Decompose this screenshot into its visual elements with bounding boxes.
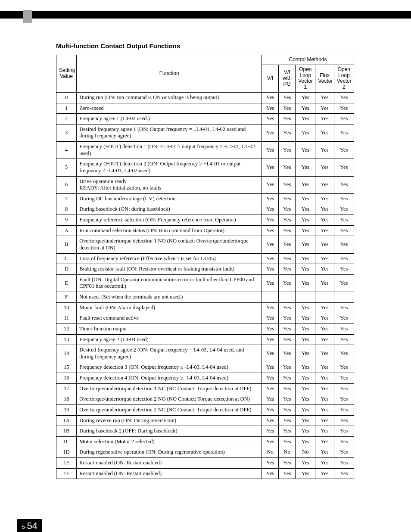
cell-control-method: Yes [262, 236, 279, 253]
cell-control-method: Yes [315, 215, 334, 226]
cell-control-method: Yes [262, 103, 279, 114]
cell-control-method: Yes [315, 176, 334, 193]
table-row: 4Frequency (FOUT) detection 1 (ON: +L4-0… [56, 142, 354, 159]
cell-function: During baseblock (ON: during baseblock) [77, 204, 262, 215]
cell-setting-value: 1 [56, 103, 77, 114]
cell-control-method: Yes [279, 225, 296, 236]
cell-control-method: Yes [315, 324, 334, 334]
table-row: 17Overtorque/undertorque detection 1 NC … [56, 383, 354, 394]
table-row: 6Drive operation ready READY: After init… [56, 176, 354, 193]
cell-control-method: Yes [334, 253, 354, 264]
cell-function: Fault reset command active [77, 313, 262, 324]
cell-function: Overtorque/undertorque detection 2 NC (N… [77, 404, 262, 415]
table-row: 2Frequency agree 1 (L4-02 used.)YesYesYe… [56, 114, 354, 124]
table-row: 1CMotor selection (Motor 2 selected)YesY… [56, 436, 354, 447]
cell-control-method: Yes [334, 334, 354, 345]
cell-control-method: Yes [315, 103, 334, 114]
cell-control-method: Yes [315, 373, 334, 384]
cell-function: During run (ON: run command is ON or vol… [77, 92, 262, 103]
cell-function: Frequency detection 3 (ON: Output freque… [77, 362, 262, 373]
cell-control-method: Yes [296, 426, 315, 437]
table-row: 12Timer function outputYesYesYesYesYes [56, 324, 354, 334]
cell-control-method: Yes [296, 124, 315, 141]
cell-control-method: Yes [296, 313, 315, 324]
cell-control-method: Yes [279, 142, 296, 159]
cell-control-method: Yes [279, 236, 296, 253]
cell-control-method: Yes [262, 124, 279, 141]
table-row: 18Overtorque/undertorque detection 2 NO … [56, 394, 354, 405]
cell-control-method: Yes [334, 142, 354, 159]
cell-control-method: Yes [315, 362, 334, 373]
cell-control-method: Yes [262, 334, 279, 345]
cell-control-method: Yes [334, 236, 354, 253]
cell-function: During baseblock 2 (OFF: During basebloc… [77, 426, 262, 437]
table-row: 1ADuring reverse run (ON: During reverse… [56, 415, 354, 426]
cell-function: Frequency detection 4 (ON: Output freque… [77, 373, 262, 384]
cell-control-method: Yes [296, 468, 315, 479]
cell-control-method: Yes [262, 468, 279, 479]
cell-control-method: Yes [315, 142, 334, 159]
cell-setting-value: B [56, 236, 77, 253]
cell-function: Braking resistor fault (ON: Resistor ove… [77, 264, 262, 275]
cell-setting-value: D [56, 264, 77, 275]
cell-control-method: Yes [296, 415, 315, 426]
cell-control-method: Yes [262, 324, 279, 334]
cell-control-method: Yes [279, 302, 296, 313]
cell-setting-value: 5 [56, 159, 77, 176]
cell-control-method: Yes [296, 264, 315, 275]
cell-setting-value: 18 [56, 394, 77, 405]
section-title: Multi-function Contact Output Functions [56, 42, 385, 50]
output-functions-table: Setting Value Function Control Methods V… [56, 55, 354, 479]
cell-control-method: Yes [279, 383, 296, 394]
cell-setting-value: 9 [56, 215, 77, 226]
cell-function: During regenerative operation (ON: Durin… [77, 447, 262, 458]
table-row: 10Minor fault (ON: Alarm displayed)YesYe… [56, 302, 354, 313]
table-row: 0During run (ON: run command is ON or vo… [56, 92, 354, 103]
cell-setting-value: 10 [56, 302, 77, 313]
cell-control-method: Yes [334, 362, 354, 373]
cell-function: Overtorque/undertorque detection 1 NO (N… [77, 236, 262, 253]
cell-control-method: Yes [262, 92, 279, 103]
cell-control-method: Yes [262, 404, 279, 415]
cell-function: Drive operation ready READY: After initi… [77, 176, 262, 193]
cell-control-method: Yes [279, 313, 296, 324]
cell-function: Run command selection status (ON: Run co… [77, 225, 262, 236]
cell-function: Overtorque/undertorque detection 2 NO (N… [77, 394, 262, 405]
table-row: 14Desired frequency agree 2 (ON: Output … [56, 345, 354, 362]
cell-control-method: Yes [315, 114, 334, 124]
header-bar [0, 11, 411, 19]
cell-control-method: Yes [279, 193, 296, 204]
cell-control-method: Yes [279, 103, 296, 114]
cell-control-method: Yes [315, 302, 334, 313]
cell-control-method: Yes [334, 159, 354, 176]
table-row: 19Overtorque/undertorque detection 2 NC … [56, 404, 354, 415]
cell-control-method: Yes [334, 324, 354, 334]
cell-control-method: Yes [315, 274, 334, 292]
table-row: 1Zero-speedYesYesYesYesYes [56, 103, 354, 114]
cell-control-method: Yes [296, 394, 315, 405]
cell-control-method: Yes [279, 264, 296, 275]
cell-control-method: Yes [334, 313, 354, 324]
cell-control-method: Yes [262, 159, 279, 176]
header-olv2: Open Loop Vector 2 [334, 65, 354, 92]
cell-control-method: Yes [296, 334, 315, 345]
cell-control-method: - [334, 292, 354, 303]
cell-control-method: Yes [315, 447, 334, 458]
cell-control-method: Yes [296, 114, 315, 124]
cell-setting-value: E [56, 274, 77, 292]
cell-control-method: Yes [262, 436, 279, 447]
cell-control-method: Yes [334, 204, 354, 215]
cell-control-method: Yes [315, 264, 334, 275]
cell-control-method: Yes [296, 215, 315, 226]
cell-control-method: Yes [334, 426, 354, 437]
cell-setting-value: 8 [56, 204, 77, 215]
cell-setting-value: A [56, 225, 77, 236]
cell-control-method: Yes [334, 468, 354, 479]
table-row: 15Frequency detection 3 (ON: Output freq… [56, 362, 354, 373]
cell-control-method: Yes [279, 274, 296, 292]
cell-control-method: Yes [262, 362, 279, 373]
table-row: 13Frequency agree 2 (L4-04 used)YesYesYe… [56, 334, 354, 345]
cell-control-method: Yes [334, 274, 354, 292]
cell-control-method: Yes [296, 103, 315, 114]
table-row: 1BDuring baseblock 2 (OFF: During basebl… [56, 426, 354, 437]
